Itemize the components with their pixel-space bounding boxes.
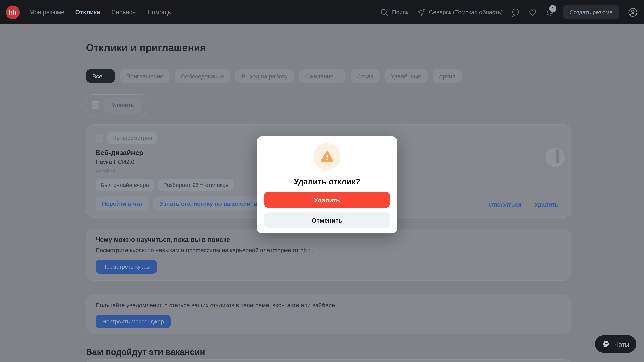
- employer-tags: Был онлайн вчера Разбирает 96% откликов: [96, 179, 234, 191]
- location-label: Северск (Томская область): [429, 9, 503, 15]
- tag-response-rate: Разбирает 96% откликов: [158, 179, 234, 191]
- modal-confirm-delete-button[interactable]: Удалить: [264, 192, 390, 208]
- location-arrow-icon: [416, 8, 426, 16]
- main-menu: Мои резюме Отклики Сервисы Помощь: [29, 9, 171, 15]
- modal-cancel-button[interactable]: Отменить: [264, 212, 390, 228]
- filter-label: Приглашение: [126, 73, 163, 79]
- response-checkbox[interactable]: [96, 135, 103, 142]
- filter-label: Собеседование: [181, 73, 224, 79]
- delete-link[interactable]: Удалить: [534, 201, 558, 208]
- filter-chip-waiting[interactable]: Ожидание 1: [299, 69, 346, 83]
- company-logo-placeholder: [556, 150, 559, 163]
- filter-count: 1: [336, 73, 340, 79]
- page: hh Мои резюме Отклики Сервисы Помощь Пои…: [0, 0, 644, 362]
- suggestions-title: Вам подойдут эти вакансии: [86, 347, 205, 357]
- navbar: hh Мои резюме Отклики Сервисы Помощь Пои…: [0, 0, 644, 24]
- go-to-chat-button[interactable]: Перейти в чат: [96, 197, 149, 211]
- location-selector[interactable]: Северск (Томская область): [416, 8, 503, 16]
- view-courses-button[interactable]: Посмотреть курсы: [96, 260, 157, 274]
- response-links: Отказаться Удалить: [488, 201, 558, 208]
- create-resume-button[interactable]: Создать резюме: [563, 5, 619, 19]
- warning-triangle-icon: [320, 149, 334, 164]
- bulk-action-bar: Удалить: [86, 94, 148, 116]
- profile-icon[interactable]: [628, 7, 638, 17]
- nav-item-services[interactable]: Сервисы: [111, 9, 136, 15]
- navbar-right: Поиск Северск (Томская область) 1 Создат…: [380, 5, 638, 19]
- setup-messenger-button[interactable]: Настроить мессенджер: [96, 315, 170, 329]
- vacancy-stats-label: Узнать статистику по вакансии: [160, 200, 250, 207]
- courses-banner: Чему можно научиться, пока вы в поиске П…: [86, 229, 571, 281]
- filter-count: 1: [105, 73, 108, 79]
- messenger-banner: Получайте уведомления о статусе ваших от…: [86, 295, 571, 334]
- nav-item-help[interactable]: Помощь: [148, 9, 171, 15]
- status-badge: Не просмотрен: [107, 132, 157, 144]
- search-label: Поиск: [392, 9, 408, 15]
- courses-banner-title: Чему можно научиться, пока вы в поиске: [96, 236, 562, 244]
- notifications-button[interactable]: 1: [546, 8, 554, 16]
- filter-label: Удалённые: [391, 73, 422, 79]
- search-icon: [380, 8, 389, 16]
- search-button[interactable]: Поиск: [380, 8, 408, 16]
- filter-chips: Все 1 Приглашение Собеседование Выход на…: [86, 69, 462, 83]
- filter-label: Все: [92, 73, 102, 79]
- filter-chip-interview[interactable]: Собеседование: [175, 69, 230, 83]
- filter-chip-rejected[interactable]: Отказ: [351, 69, 379, 83]
- chat-widget-label: Чаты: [614, 340, 629, 348]
- company-avatar: [546, 148, 565, 167]
- vacancy-title-link[interactable]: Веб-дизайнер: [96, 149, 143, 157]
- chat-bubble-icon: [602, 340, 611, 348]
- favorites-heart-icon[interactable]: [528, 8, 537, 16]
- vacancy-card-partial: [86, 360, 571, 362]
- filter-label: Отказ: [357, 73, 373, 79]
- nav-item-responses[interactable]: Отклики: [75, 9, 100, 15]
- bulk-delete-button[interactable]: Удалить: [104, 97, 142, 113]
- chats-icon[interactable]: [511, 8, 520, 16]
- tag-online: Был онлайн вчера: [96, 179, 154, 191]
- warning-icon-circle: [314, 143, 340, 170]
- hh-logo[interactable]: hh: [6, 5, 20, 19]
- filter-chip-deleted[interactable]: Удалённые: [384, 69, 428, 83]
- messenger-banner-text: Получайте уведомления о статусе ваших от…: [96, 302, 562, 308]
- select-all-checkbox[interactable]: [92, 101, 100, 109]
- delete-response-modal: Удалить отклик? Удалить Отменить: [256, 136, 398, 233]
- filter-chip-all[interactable]: Все 1: [86, 69, 115, 83]
- vacancy-stats-button[interactable]: Узнать статистику по вакансии: [154, 197, 266, 211]
- filter-label: Выход на работу: [242, 73, 288, 79]
- page-title: Отклики и приглашения: [86, 42, 206, 54]
- filter-label: Ожидание: [305, 73, 334, 79]
- decline-link[interactable]: Отказаться: [488, 201, 522, 208]
- filter-chip-archive[interactable]: Архив: [433, 69, 462, 83]
- response-actions: Перейти в чат Узнать статистику по вакан…: [96, 197, 266, 211]
- filter-chip-work-start[interactable]: Выход на работу: [235, 69, 294, 83]
- modal-title: Удалить отклик?: [256, 177, 398, 187]
- chat-widget-button[interactable]: Чаты: [595, 335, 636, 353]
- response-date: сегодня: [96, 167, 115, 173]
- notification-badge: 1: [550, 5, 556, 12]
- filter-label: Архив: [439, 73, 455, 79]
- courses-banner-text: Посмотрите курсы по навыкам и профессиям…: [96, 247, 562, 254]
- nav-item-my-resumes[interactable]: Мои резюме: [29, 9, 64, 15]
- company-link[interactable]: Наука ПСИ2.0: [96, 158, 134, 165]
- filter-chip-invitation[interactable]: Приглашение: [120, 69, 170, 83]
- modal-buttons: Удалить Отменить: [264, 192, 390, 228]
